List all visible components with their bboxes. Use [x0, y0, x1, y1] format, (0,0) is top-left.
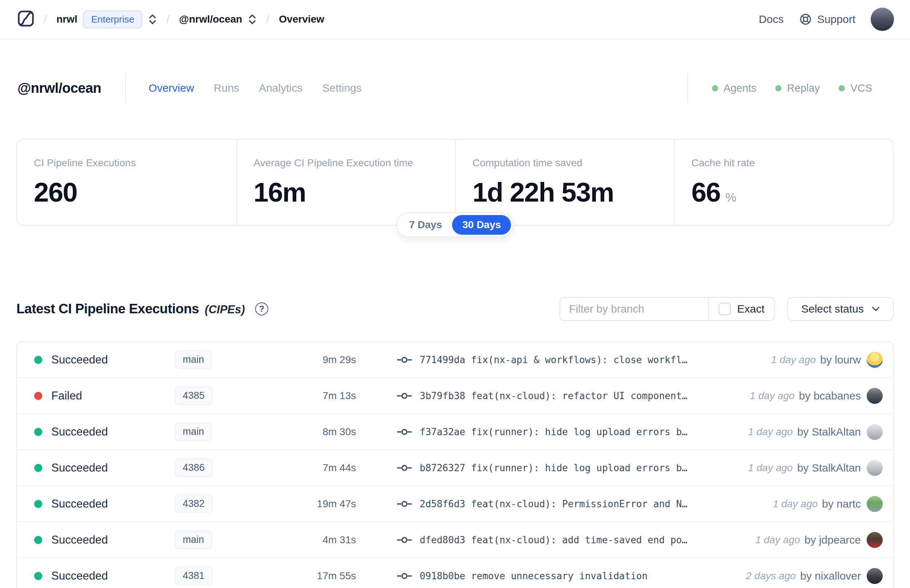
app-logo-icon[interactable]	[18, 10, 34, 28]
time-ago: 1 day ago	[748, 426, 793, 438]
table-row[interactable]: Succeeded 4381 17m 55s 0918b0be remove u…	[17, 558, 893, 588]
user-avatar[interactable]	[871, 8, 894, 31]
author: by jdpearce	[805, 534, 861, 546]
page-title: @nrwl/ocean	[18, 81, 101, 96]
commit-message[interactable]: 2d58f6d3 feat(nx-cloud): PermissionError…	[420, 499, 688, 509]
commit-message[interactable]: 771499da fix(nx-api & workflows): close …	[420, 354, 688, 365]
feature-status-list: Agents Replay VCS	[712, 82, 892, 94]
org-switcher-chevron-icon[interactable]	[148, 13, 157, 25]
branch-filter-group: Exact	[559, 297, 775, 321]
stat-value: 66%	[692, 177, 893, 208]
breadcrumb-separator: /	[44, 13, 47, 26]
stat-cache-hit: Cache hit rate 66%	[674, 140, 893, 225]
workspace-switcher-chevron-icon[interactable]	[248, 13, 257, 25]
commit-message[interactable]: dfed80d3 feat(nx-cloud): add time-saved …	[420, 535, 688, 546]
branch-filter-input[interactable]	[560, 298, 708, 320]
status-label: Failed	[51, 389, 82, 402]
cipe-table: Succeeded main 9m 29s 771499da fix(nx-ap…	[16, 341, 894, 588]
tab-overview[interactable]: Overview	[149, 82, 194, 94]
git-commit-icon	[397, 499, 412, 509]
docs-link[interactable]: Docs	[759, 13, 784, 26]
status-dot	[34, 464, 42, 472]
status-dot-icon	[712, 85, 718, 91]
time-ago: 1 day ago	[773, 498, 818, 510]
status-dot-icon	[775, 85, 782, 91]
status-dot	[34, 356, 42, 364]
branch-badge: main	[175, 351, 212, 369]
table-row[interactable]: Succeeded 4386 7m 44s b8726327 fix(runne…	[17, 450, 893, 486]
percent-suffix: %	[726, 190, 736, 204]
workspace-header: @nrwl/ocean Overview Runs Analytics Sett…	[0, 71, 910, 105]
author: by lourw	[820, 354, 861, 366]
duration: 17m 55s	[297, 570, 356, 582]
table-row[interactable]: Succeeded 4382 19m 47s 2d58f6d3 feat(nx-…	[17, 486, 893, 522]
table-row[interactable]: Succeeded main 9m 29s 771499da fix(nx-ap…	[17, 342, 893, 378]
git-commit-icon	[397, 391, 412, 401]
section-title: Latest CI Pipeline Executions	[16, 301, 199, 317]
stat-value: 16m	[254, 177, 455, 208]
commit-message[interactable]: 0918b0be remove unnecessary invalidation	[420, 570, 648, 582]
help-icon[interactable]: ?	[255, 302, 268, 315]
breadcrumb-page: Overview	[279, 13, 324, 25]
tab-analytics[interactable]: Analytics	[259, 82, 302, 94]
divider	[125, 73, 126, 104]
time-ago: 1 day ago	[748, 462, 793, 474]
cipe-section-header: Latest CI Pipeline Executions (CIPEs) ? …	[16, 297, 894, 321]
time-ago: 1 day ago	[755, 534, 800, 546]
author-avatar	[867, 460, 883, 476]
stat-value: 260	[34, 177, 236, 208]
enterprise-badge: Enterprise	[83, 11, 142, 28]
date-range-toggle: 7 Days 30 Days	[396, 213, 514, 237]
workspace-name[interactable]: @nrwl/ocean	[179, 13, 242, 25]
commit-message[interactable]: 3b79fb38 feat(nx-cloud): refactor UI com…	[420, 391, 688, 401]
exact-checkbox[interactable]	[719, 303, 731, 315]
lifebuoy-icon	[799, 13, 812, 26]
status-label: Succeeded	[51, 498, 108, 510]
duration: 19m 47s	[297, 498, 356, 510]
tab-settings[interactable]: Settings	[322, 82, 362, 94]
status-dot	[34, 500, 42, 508]
range-7-days-button[interactable]: 7 Days	[399, 215, 452, 235]
stat-cipe-count: CI Pipeline Executions 260	[17, 140, 236, 225]
support-link[interactable]: Support	[799, 13, 855, 26]
branch-badge: 4386	[175, 459, 213, 477]
exact-label: Exact	[737, 303, 765, 315]
author-avatar	[867, 388, 883, 404]
table-row[interactable]: Succeeded main 4m 31s dfed80d3 feat(nx-c…	[17, 522, 893, 558]
git-commit-icon	[397, 463, 412, 473]
divider	[687, 73, 688, 103]
table-row[interactable]: Failed 4385 7m 13s 3b79fb38 feat(nx-clou…	[17, 378, 893, 414]
breadcrumb-separator: /	[166, 13, 170, 26]
stat-value: 1d 22h 53m	[472, 177, 674, 208]
range-30-days-button[interactable]: 30 Days	[452, 215, 511, 235]
status-dot	[34, 428, 42, 436]
status-dot-icon	[839, 85, 845, 91]
org-name[interactable]: nrwl	[57, 13, 78, 25]
author-avatar	[867, 352, 883, 368]
time-ago: 1 day ago	[750, 390, 795, 402]
breadcrumb-separator: /	[266, 13, 269, 26]
author-avatar	[867, 532, 883, 548]
author: by nixallover	[800, 570, 861, 582]
duration: 7m 13s	[297, 390, 356, 402]
branch-badge: main	[175, 422, 212, 441]
commit-message[interactable]: b8726327 fix(runner): hide log upload er…	[420, 462, 688, 473]
branch-badge: main	[175, 530, 212, 549]
section-subtitle: (CIPEs)	[205, 303, 245, 316]
status-label: Succeeded	[51, 533, 108, 546]
workspace-tabs: Overview Runs Analytics Settings	[149, 82, 362, 94]
duration: 4m 31s	[297, 534, 356, 546]
git-commit-icon	[397, 535, 412, 545]
table-row[interactable]: Succeeded main 8m 30s f37a32ae fix(runne…	[17, 414, 893, 450]
status-dot	[34, 536, 42, 544]
tab-runs[interactable]: Runs	[214, 82, 239, 94]
stats-panel: CI Pipeline Executions 260 Average CI Pi…	[16, 139, 894, 226]
status-select-dropdown[interactable]: Select status	[787, 297, 894, 321]
commit-message[interactable]: f37a32ae fix(runner): hide log upload er…	[420, 426, 688, 437]
git-commit-icon	[397, 355, 412, 365]
git-commit-icon	[397, 571, 412, 581]
branch-badge: 4382	[175, 494, 213, 513]
feature-vcs: VCS	[839, 82, 872, 94]
chevron-down-icon	[872, 306, 880, 312]
time-ago: 2 days ago	[746, 570, 796, 582]
